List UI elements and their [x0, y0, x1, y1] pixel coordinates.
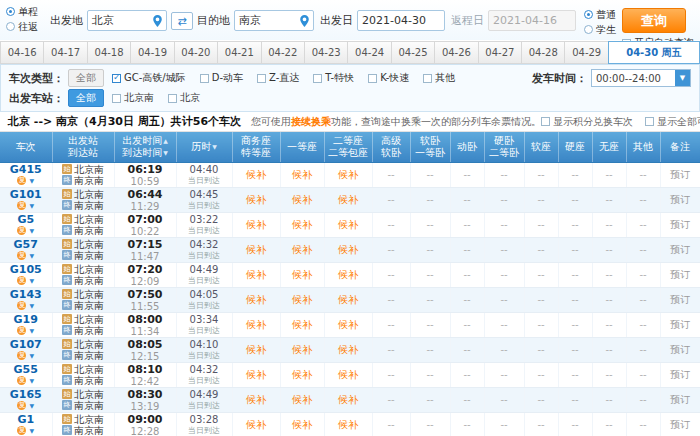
train-number-link[interactable]: G1 — [0, 414, 52, 426]
column-header[interactable]: 硬卧二等卧 — [484, 132, 524, 162]
column-header[interactable]: 一等座 — [280, 132, 324, 162]
train-type-option[interactable]: D-动车 — [200, 71, 243, 85]
train-number-link[interactable]: G143 — [0, 289, 52, 301]
seat-cell[interactable]: 候补 — [324, 212, 372, 237]
seat-cell[interactable]: 候补 — [232, 412, 280, 436]
seat-cell[interactable]: 候补 — [324, 312, 372, 337]
date-tab[interactable]: 04-28 — [521, 41, 565, 64]
date-tab[interactable]: 04-26 — [434, 41, 478, 64]
train-number-link[interactable]: G105 — [0, 264, 52, 276]
date-tab[interactable]: 04-21 — [217, 41, 261, 64]
seat-cell[interactable]: 候补 — [324, 162, 372, 187]
column-header[interactable]: 其他 — [626, 132, 660, 162]
seat-cell[interactable]: 候补 — [232, 262, 280, 287]
sort-icon[interactable]: ▼ — [163, 149, 168, 156]
date-tab[interactable]: 04-23 — [304, 41, 348, 64]
train-number-link[interactable]: G101 — [0, 189, 52, 201]
book-link[interactable]: 预订 — [670, 294, 690, 305]
expand-arrow-icon[interactable]: ▼ — [29, 427, 34, 434]
seat-cell[interactable]: 候补 — [324, 337, 372, 362]
seat-cell[interactable]: 候补 — [232, 187, 280, 212]
depart-station-option[interactable]: 北京南 — [112, 91, 154, 105]
display-toggle-checkbox[interactable]: 显示全部可预订车次 — [645, 115, 700, 129]
expand-arrow-icon[interactable]: ▼ — [29, 202, 34, 209]
column-header[interactable]: 动卧 — [450, 132, 484, 162]
date-tab[interactable]: 04-17 — [43, 41, 87, 64]
seat-cell[interactable]: 候补 — [324, 237, 372, 262]
date-tab[interactable]: 04-27 — [478, 41, 522, 64]
expand-arrow-icon[interactable]: ▼ — [29, 327, 34, 334]
from-input[interactable]: 北京 — [87, 10, 167, 31]
expand-arrow-icon[interactable]: ▼ — [29, 402, 34, 409]
train-number-link[interactable]: G5 — [0, 214, 52, 226]
train-type-option[interactable]: T-特快 — [313, 71, 354, 85]
train-type-option[interactable]: K-快速 — [368, 71, 409, 85]
seat-cell[interactable]: 候补 — [232, 312, 280, 337]
column-header[interactable]: 出发时间▲到达时间▼ — [114, 132, 176, 162]
passenger-normal-radio[interactable]: 普通 — [584, 8, 616, 21]
seat-cell[interactable]: 候补 — [280, 187, 324, 212]
seat-cell[interactable]: 候补 — [280, 287, 324, 312]
column-header[interactable]: 硬座 — [558, 132, 592, 162]
seat-cell[interactable]: 候补 — [324, 412, 372, 436]
seat-cell[interactable]: 候补 — [324, 287, 372, 312]
seat-cell[interactable]: 候补 — [232, 237, 280, 262]
train-type-option[interactable]: Z-直达 — [257, 71, 299, 85]
column-header[interactable]: 无座 — [592, 132, 626, 162]
expand-arrow-icon[interactable]: ▼ — [29, 177, 34, 184]
seat-cell[interactable]: 候补 — [232, 337, 280, 362]
seat-cell[interactable]: 候补 — [280, 362, 324, 387]
date-tab[interactable]: 04-16 — [0, 41, 44, 64]
sort-icon[interactable]: ▼ — [212, 143, 217, 150]
book-link[interactable]: 预订 — [670, 169, 690, 180]
seat-cell[interactable]: 候补 — [232, 362, 280, 387]
book-link[interactable]: 预订 — [670, 344, 690, 355]
date-tab[interactable]: 04-18 — [87, 41, 131, 64]
seat-cell[interactable]: 候补 — [232, 287, 280, 312]
train-number-link[interactable]: G107 — [0, 339, 52, 351]
expand-arrow-icon[interactable]: ▼ — [29, 302, 34, 309]
train-number-link[interactable]: G57 — [0, 239, 52, 251]
date-tab[interactable]: 04-24 — [347, 41, 391, 64]
book-link[interactable]: 预订 — [670, 394, 690, 405]
book-link[interactable]: 预订 — [670, 194, 690, 205]
column-header[interactable]: 历时▼ — [176, 132, 232, 162]
seat-cell[interactable]: 候补 — [324, 387, 372, 412]
train-number-link[interactable]: G165 — [0, 389, 52, 401]
swap-stations-button[interactable]: ⇄ — [171, 12, 193, 30]
query-button[interactable]: 查询 — [622, 8, 686, 33]
sort-icon[interactable]: ▲ — [163, 137, 168, 144]
seat-cell[interactable]: 候补 — [280, 337, 324, 362]
display-toggle-checkbox[interactable]: 显示积分兑换车次 — [541, 115, 633, 129]
expand-arrow-icon[interactable]: ▼ — [29, 377, 34, 384]
train-number-link[interactable]: G19 — [0, 314, 52, 326]
date-tab[interactable]: 04-19 — [130, 41, 174, 64]
seat-cell[interactable]: 候补 — [280, 212, 324, 237]
expand-arrow-icon[interactable]: ▼ — [29, 277, 34, 284]
seat-cell[interactable]: 候补 — [280, 387, 324, 412]
to-input[interactable]: 南京 — [234, 10, 314, 31]
seat-cell[interactable]: 候补 — [324, 362, 372, 387]
seat-cell[interactable]: 候补 — [280, 412, 324, 436]
column-header[interactable]: 高级软卧 — [372, 132, 410, 162]
expand-arrow-icon[interactable]: ▼ — [29, 352, 34, 359]
depart-station-all-tag[interactable]: 全部 — [68, 89, 104, 107]
depart-time-select[interactable]: 00:00--24:00 ▼ — [591, 69, 691, 87]
seat-cell[interactable]: 候补 — [280, 262, 324, 287]
seat-cell[interactable]: 候补 — [232, 212, 280, 237]
date-tab[interactable]: 04-29 — [564, 41, 608, 64]
column-header[interactable]: 商务座特等座 — [232, 132, 280, 162]
seat-cell[interactable]: 候补 — [280, 312, 324, 337]
expand-arrow-icon[interactable]: ▼ — [29, 227, 34, 234]
depart-date-input[interactable]: 2021-04-30 — [357, 10, 445, 31]
book-link[interactable]: 预订 — [670, 369, 690, 380]
date-tab[interactable]: 04-20 — [174, 41, 218, 64]
expand-arrow-icon[interactable]: ▼ — [29, 252, 34, 259]
book-link[interactable]: 预订 — [670, 219, 690, 230]
transfer-link[interactable]: 接续换乘 — [291, 116, 331, 127]
trip-roundtrip-radio[interactable]: 往返 — [6, 20, 38, 33]
date-tab[interactable]: 04-22 — [261, 41, 305, 64]
book-link[interactable]: 预订 — [670, 269, 690, 280]
seat-cell[interactable]: 候补 — [232, 162, 280, 187]
column-header[interactable]: 软卧一等卧 — [410, 132, 450, 162]
